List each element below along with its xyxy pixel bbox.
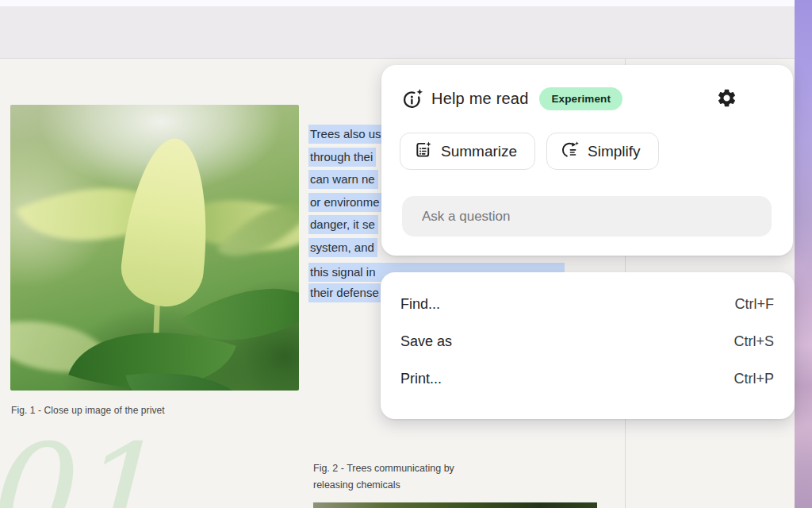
selected-text-line[interactable]: through thei <box>308 150 376 164</box>
selected-text-line[interactable]: Trees also us <box>308 127 384 140</box>
simplify-button[interactable]: Simplify <box>546 133 659 170</box>
action-buttons-row: Summarize Simplify <box>400 133 659 170</box>
menu-item-print[interactable]: Print... Ctrl+P <box>381 360 795 398</box>
selected-text-line[interactable]: or environme <box>308 195 383 209</box>
selected-text-line[interactable]: their defense <box>308 286 382 299</box>
menu-item-label: Save as <box>400 333 452 350</box>
selected-text-line[interactable]: can warn ne <box>308 172 378 186</box>
page-number-watermark: 01 <box>0 426 155 508</box>
figure-2-image <box>313 502 597 508</box>
menu-item-save-as[interactable]: Save as Ctrl+S <box>381 323 795 360</box>
figure-2-caption: Fig. 2 - Trees communicating by releasin… <box>313 460 454 494</box>
menu-item-shortcut: Ctrl+S <box>733 333 774 350</box>
menu-item-label: Print... <box>400 371 442 387</box>
help-me-read-header: Help me read Experiment <box>402 87 622 110</box>
summarize-button[interactable]: Summarize <box>400 133 535 170</box>
figure-1-caption: Fig. 1 - Close up image of the privet <box>11 405 165 416</box>
ask-question-input[interactable] <box>402 196 772 237</box>
help-me-read-panel: Help me read Experiment Summar <box>381 65 793 256</box>
simplify-label: Simplify <box>588 143 641 160</box>
selected-text-line[interactable]: system, and <box>308 241 377 254</box>
panel-title: Help me read <box>431 90 528 108</box>
selected-text-line[interactable]: danger, it se <box>308 217 378 231</box>
figure-1-image <box>10 105 299 391</box>
gear-icon <box>716 99 737 111</box>
context-menu: Find... Ctrl+F Save as Ctrl+S Print... C… <box>381 272 795 419</box>
info-sparkle-icon <box>402 88 423 110</box>
experiment-badge: Experiment <box>539 87 622 110</box>
window-top-accent <box>0 0 812 6</box>
menu-item-shortcut: Ctrl+F <box>735 296 775 313</box>
desktop-wallpaper-strip <box>795 0 812 508</box>
settings-button[interactable] <box>714 87 738 110</box>
menu-item-find[interactable]: Find... Ctrl+F <box>381 286 795 323</box>
browser-toolbar <box>0 6 812 59</box>
summarize-label: Summarize <box>441 143 517 160</box>
simplify-arrow-sparkle-icon <box>561 140 579 163</box>
menu-item-shortcut: Ctrl+P <box>733 371 774 387</box>
leaf-shape <box>117 134 217 310</box>
menu-item-label: Find... <box>400 296 440 313</box>
summarize-doc-sparkle-icon <box>414 140 432 163</box>
